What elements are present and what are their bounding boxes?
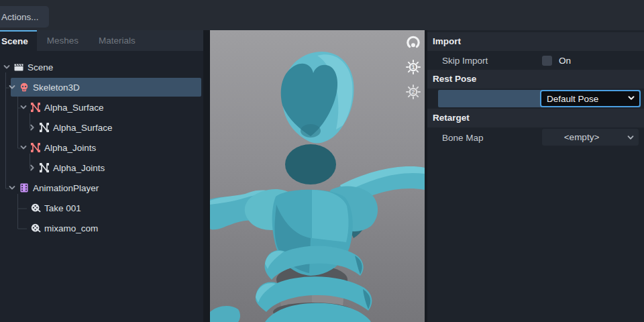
light-1-icon[interactable]: 1 [405, 58, 422, 76]
skeleton3d-icon [18, 82, 30, 93]
tree-item-label: Alpha_Surface [53, 123, 113, 133]
chevron-down-icon [627, 94, 635, 104]
animation-icon [30, 223, 41, 233]
mesh-instance-icon [30, 102, 41, 113]
section-header-import[interactable]: Import [427, 32, 644, 51]
tree-item-scene[interactable]: Scene [0, 57, 203, 77]
property-row-load-pose: Load Pose Default Pose [427, 89, 644, 109]
model-preview-viewport[interactable]: 1 2 [210, 30, 425, 322]
section-header-retarget[interactable]: Retarget [427, 109, 644, 127]
chevron-down-icon[interactable] [18, 142, 29, 153]
tab-materials[interactable]: Materials [89, 30, 146, 51]
checkbox-on-label: On [559, 56, 571, 66]
tree-item-alpha-joints-mesh[interactable]: Alpha_Joints [0, 158, 203, 178]
mesh-icon [38, 122, 50, 133]
resource-value: <empty> [564, 132, 600, 142]
svg-text:1: 1 [411, 64, 415, 70]
tab-bar: Scene Meshes Materials [0, 30, 203, 51]
tree-item-label: Alpha_Surface [44, 103, 104, 113]
load-pose-dropdown[interactable]: Default Pose [540, 90, 641, 107]
chevron-down-icon[interactable] [1, 62, 12, 72]
bone-map-resource-picker[interactable]: <empty> [542, 129, 639, 146]
rotate-model-icon[interactable] [405, 34, 422, 51]
tree-item-alpha-surface[interactable]: Alpha_Surface [0, 97, 203, 117]
property-row-bone-map: Bone Map <empty> [427, 127, 644, 148]
tree-item-animationplayer[interactable]: AnimationPlayer [0, 178, 203, 198]
tree-item-label: Take 001 [44, 203, 81, 213]
character-model [210, 30, 425, 322]
tree-item-alpha-joints[interactable]: Alpha_Joints [0, 138, 203, 158]
scene-tree: Scene Skeleton3D Alpha_Surface [0, 51, 203, 322]
tree-item-label: mixamo_com [44, 223, 98, 233]
tab-meshes[interactable]: Meshes [37, 30, 89, 51]
section-header-rest-pose[interactable]: Rest Pose [427, 70, 644, 89]
tree-item-label: Alpha_Joints [44, 143, 96, 153]
tree-item-take-001[interactable]: Take 001 [0, 198, 203, 218]
mesh-icon [38, 162, 50, 173]
chevron-down-icon [627, 133, 635, 144]
tree-item-label: Alpha_Joints [53, 163, 105, 173]
viewport-toolbar: 1 2 [405, 34, 422, 101]
top-toolbar: Actions... [0, 0, 644, 30]
expander-spacer [18, 223, 29, 233]
tree-item-alpha-surface-mesh[interactable]: Alpha_Surface [0, 117, 203, 138]
tree-item-label: AnimationPlayer [33, 183, 99, 193]
expander-spacer [18, 203, 29, 213]
tree-item-skeleton3d[interactable]: Skeleton3D [0, 77, 203, 97]
actions-button[interactable]: Actions... [0, 6, 49, 28]
property-row-skip-import: Skip Import On [427, 51, 644, 70]
chevron-down-icon[interactable] [7, 82, 17, 93]
tab-scene[interactable]: Scene [0, 30, 37, 51]
light-2-icon[interactable]: 2 [405, 83, 422, 101]
chevron-down-icon[interactable] [7, 182, 17, 193]
tree-item-label: Scene [28, 62, 53, 72]
chevron-down-icon[interactable] [18, 102, 29, 113]
tree-item-label: Skeleton3D [33, 83, 80, 93]
animation-player-icon [18, 182, 30, 193]
scene-import-panel: Scene Meshes Materials Scene Skeleton [0, 30, 203, 322]
import-inspector: Import Skip Import On Rest Pose Load Pos… [427, 30, 644, 322]
svg-text:2: 2 [411, 89, 415, 95]
tree-item-mixamo-com[interactable]: mixamo_com [0, 218, 203, 238]
property-label: Skip Import [442, 56, 488, 66]
property-label: Load Pose [442, 94, 486, 104]
mesh-instance-icon [30, 142, 41, 153]
scene-icon [13, 62, 24, 72]
animation-icon [30, 203, 41, 213]
chevron-right-icon[interactable] [27, 122, 38, 133]
skip-import-checkbox[interactable] [542, 56, 552, 66]
chevron-right-icon[interactable] [27, 162, 38, 173]
dropdown-value: Default Pose [547, 94, 627, 104]
property-label: Bone Map [442, 133, 484, 143]
